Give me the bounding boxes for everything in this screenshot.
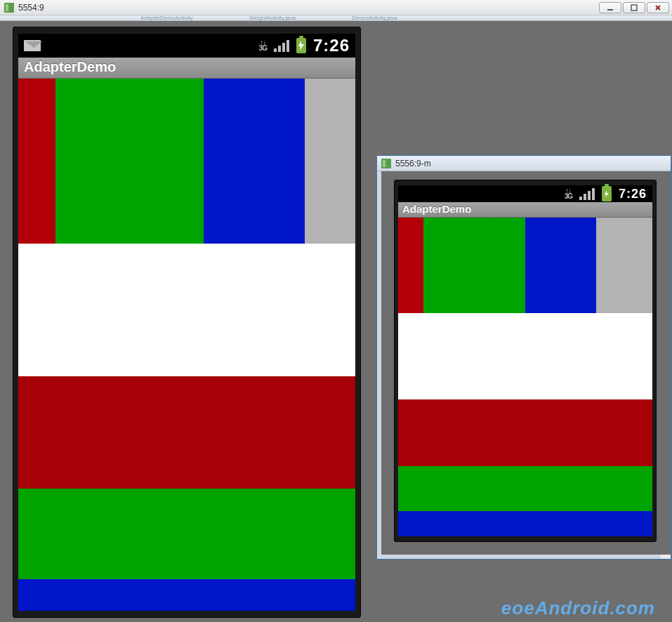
status-clock: 7:26 <box>619 187 647 201</box>
app-icon <box>4 3 14 13</box>
emulator-surface: ↑↓3G 7:26 AdapterDemo <box>0 21 672 622</box>
svg-marker-6 <box>298 41 304 51</box>
status-clock: 7:26 <box>313 36 350 55</box>
row-green <box>398 466 652 511</box>
emulator-device-small: ↑↓3G 7:26 AdapterDemo <box>394 180 657 542</box>
row-1 <box>18 79 355 244</box>
main-window: 5554:9 AdapterDemoActivity WeightActivit… <box>0 0 672 21</box>
battery-icon <box>296 38 306 53</box>
block-grey <box>596 218 652 313</box>
row-1 <box>398 218 652 313</box>
block-green <box>55 79 204 244</box>
block-blue <box>525 218 596 313</box>
emulator-device-large: ↑↓3G 7:26 AdapterDemo <box>13 27 361 618</box>
minimize-button[interactable] <box>599 2 621 13</box>
svg-rect-8 <box>383 160 386 167</box>
small-window-body: ↑↓3G 7:26 AdapterDemo <box>381 171 671 555</box>
app-title: AdapterDemo <box>402 203 471 215</box>
app-title: AdapterDemo <box>24 59 116 74</box>
small-window-titlebar[interactable]: 5556:9-m <box>377 156 671 171</box>
svg-marker-9 <box>605 190 609 197</box>
block-red <box>398 218 423 313</box>
svg-rect-1 <box>6 4 8 11</box>
maximize-button[interactable] <box>623 2 645 13</box>
battery-icon <box>602 186 612 201</box>
editor-tabbar: AdapterDemoActivity WeightActivity.java … <box>0 15 672 21</box>
row-blue <box>18 579 355 611</box>
app-content <box>398 218 652 536</box>
app-titlebar: AdapterDemo <box>18 58 355 79</box>
block-blue <box>204 79 305 244</box>
editor-tab[interactable]: WeightActivity.java <box>249 15 296 21</box>
mail-icon <box>24 40 41 51</box>
row-white <box>18 244 355 377</box>
row-blue <box>398 511 652 536</box>
signal-icon <box>579 187 595 200</box>
window-controls <box>598 2 672 13</box>
app-titlebar: AdapterDemo <box>398 202 652 218</box>
network-3g-icon: ↑↓3G <box>259 40 267 51</box>
small-window[interactable]: 5556:9-m ↑↓3G 7:26 AdapterDemo <box>376 155 671 560</box>
row-darkred <box>18 376 355 488</box>
app-icon <box>381 159 391 168</box>
network-3g-icon: ↑↓3G <box>565 188 572 199</box>
close-button[interactable] <box>647 2 669 13</box>
editor-tab[interactable]: DimenActivity.java <box>352 15 397 21</box>
small-window-title: 5556:9-m <box>395 159 431 168</box>
device-screen[interactable]: ↑↓3G 7:26 AdapterDemo <box>398 185 652 536</box>
row-darkred <box>398 399 652 466</box>
main-window-title: 5554:9 <box>18 3 44 13</box>
svg-rect-3 <box>631 5 637 11</box>
block-grey <box>305 79 355 244</box>
row-green <box>18 489 355 579</box>
editor-tab[interactable]: AdapterDemoActivity <box>140 15 193 21</box>
signal-icon <box>274 39 289 52</box>
main-window-titlebar[interactable]: 5554:9 <box>0 0 672 15</box>
block-red <box>18 79 55 244</box>
android-statusbar: ↑↓3G 7:26 <box>398 185 652 202</box>
row-white <box>398 313 652 399</box>
app-content <box>18 79 355 611</box>
watermark: eoeAndroid.com <box>501 597 655 619</box>
block-green <box>423 218 525 313</box>
android-statusbar: ↑↓3G 7:26 <box>18 34 355 58</box>
device-screen[interactable]: ↑↓3G 7:26 AdapterDemo <box>18 34 355 611</box>
